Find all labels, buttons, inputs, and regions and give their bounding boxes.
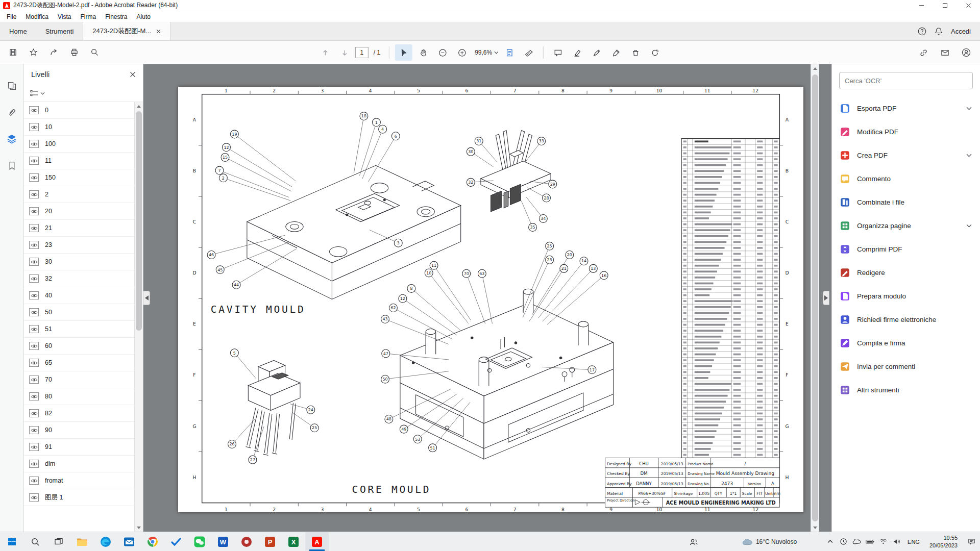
layer-visibility-eye-icon[interactable] — [29, 123, 39, 131]
task-view-icon[interactable] — [47, 532, 70, 551]
onedrive-icon[interactable] — [850, 532, 863, 551]
layer-visibility-eye-icon[interactable] — [29, 207, 39, 215]
zoom-chevron-icon[interactable] — [494, 51, 499, 54]
viewer-scrollbar-thumb[interactable] — [812, 74, 818, 521]
select-tool-icon[interactable] — [395, 44, 412, 61]
layer-row[interactable]: 11 — [24, 153, 134, 169]
collapse-left-panel-icon[interactable] — [143, 291, 150, 305]
link-icon[interactable] — [915, 44, 932, 61]
layer-visibility-eye-icon[interactable] — [29, 190, 39, 198]
share-icon[interactable] — [45, 44, 62, 61]
document-viewer[interactable]: 112233445566778899101011111212AABBCCDDEE… — [143, 64, 831, 532]
tab-close-icon[interactable] — [156, 29, 161, 34]
taskbar-app-excel[interactable]: X — [282, 532, 305, 551]
layer-row[interactable]: 51 — [24, 321, 134, 338]
layer-row[interactable]: 2 — [24, 186, 134, 203]
layer-row[interactable]: 90 — [24, 422, 134, 439]
weather-widget[interactable]: 16°C Nuvoloso — [736, 538, 803, 545]
layer-row[interactable]: 65 — [24, 355, 134, 371]
print-icon[interactable] — [65, 44, 83, 61]
layer-visibility-eye-icon[interactable] — [29, 375, 39, 384]
search-icon[interactable] — [86, 44, 103, 61]
previous-page-icon[interactable] — [316, 44, 334, 61]
layer-row[interactable]: 60 — [24, 338, 134, 355]
layer-visibility-eye-icon[interactable] — [29, 460, 39, 468]
start-button[interactable] — [0, 532, 23, 551]
tab-document[interactable]: 2473-2D装配图-M... — [83, 22, 170, 40]
tool-item-prepara-modulo[interactable]: Prepara modulo — [832, 284, 980, 308]
layer-row[interactable]: 32 — [24, 270, 134, 287]
chevron-down-icon[interactable] — [966, 107, 972, 110]
email-icon[interactable] — [936, 44, 953, 61]
comment-icon[interactable] — [549, 44, 567, 61]
tool-item-crea-pdf[interactable]: Crea PDF — [832, 143, 980, 167]
profile-icon[interactable] — [958, 44, 975, 61]
layer-visibility-eye-icon[interactable] — [29, 274, 39, 283]
layer-visibility-eye-icon[interactable] — [29, 140, 39, 148]
layer-visibility-eye-icon[interactable] — [29, 342, 39, 350]
layer-row[interactable]: 30 — [24, 254, 134, 270]
taskbar-app-powerpoint[interactable]: P — [258, 532, 282, 551]
action-center-icon[interactable] — [963, 532, 980, 551]
language-indicator[interactable]: ENG — [903, 539, 924, 545]
layers-panel-close-icon[interactable] — [130, 71, 136, 78]
layer-row[interactable]: 80 — [24, 388, 134, 405]
page-number-input[interactable]: 1 — [355, 47, 369, 58]
layer-row[interactable]: 82 — [24, 405, 134, 422]
layers-icon[interactable] — [5, 132, 19, 146]
layer-visibility-eye-icon[interactable] — [29, 224, 39, 232]
layer-visibility-eye-icon[interactable] — [29, 477, 39, 485]
layer-visibility-eye-icon[interactable] — [29, 443, 39, 451]
menu-vista[interactable]: Vista — [53, 12, 76, 21]
hidden-icons-chevron[interactable] — [823, 532, 837, 551]
chevron-down-icon[interactable] — [966, 154, 972, 157]
zoom-out-icon[interactable] — [434, 44, 451, 61]
zoom-in-icon[interactable] — [453, 44, 471, 61]
layer-visibility-eye-icon[interactable] — [29, 325, 39, 333]
menu-aiuto[interactable]: Aiuto — [132, 12, 155, 21]
layer-visibility-eye-icon[interactable] — [29, 258, 39, 266]
layers-options-button[interactable] — [24, 85, 143, 102]
tool-item-esporta-pdf[interactable]: Esporta PDF — [832, 96, 980, 120]
tools-search-box[interactable] — [839, 72, 973, 89]
scroll-down-icon[interactable] — [135, 523, 143, 532]
layer-row[interactable]: fromat — [24, 472, 134, 489]
layer-visibility-eye-icon[interactable] — [29, 106, 39, 114]
clock-tray-icon[interactable] — [837, 532, 850, 551]
taskbar-search-icon[interactable] — [23, 532, 47, 551]
page-thumbnails-icon[interactable] — [5, 79, 19, 93]
layer-row[interactable]: 23 — [24, 237, 134, 254]
layer-visibility-eye-icon[interactable] — [29, 173, 39, 182]
help-icon[interactable] — [918, 27, 926, 36]
tool-item-richiedi-firme-elettroniche[interactable]: Richiedi firme elettroniche — [832, 308, 980, 331]
layer-row[interactable]: dim — [24, 456, 134, 472]
layer-row[interactable]: 91 — [24, 439, 134, 456]
layer-row[interactable]: 70 — [24, 371, 134, 388]
taskbar-app-mail[interactable] — [117, 532, 141, 551]
taskbar-app-acrobat[interactable]: A — [305, 532, 329, 551]
tool-item-organizza-pagine[interactable]: Organizza pagine — [832, 214, 980, 237]
layer-row[interactable]: 40 — [24, 287, 134, 304]
layer-row[interactable]: 100 — [24, 136, 134, 153]
maximize-button[interactable] — [933, 0, 957, 11]
notifications-bell-icon[interactable] — [935, 27, 943, 36]
volume-icon[interactable] — [890, 532, 903, 551]
bookmarks-icon[interactable] — [5, 158, 19, 172]
tab-tools[interactable]: Strumenti — [36, 22, 83, 40]
layer-visibility-eye-icon[interactable] — [29, 308, 39, 316]
tool-item-compila-e-firma[interactable]: Compila e firma — [832, 331, 980, 355]
zoom-level-dropdown[interactable]: 99,6% — [475, 49, 492, 56]
layer-visibility-eye-icon[interactable] — [29, 157, 39, 165]
expand-right-panel-icon[interactable] — [823, 291, 829, 305]
layer-visibility-eye-icon[interactable] — [29, 426, 39, 434]
layer-row[interactable]: 20 — [24, 203, 134, 220]
layer-row[interactable]: 150 — [24, 169, 134, 186]
layer-visibility-eye-icon[interactable] — [29, 493, 39, 502]
minimize-button[interactable] — [910, 0, 933, 11]
attachments-icon[interactable] — [5, 105, 19, 119]
measure-tool-icon[interactable] — [520, 44, 537, 61]
close-button[interactable] — [957, 0, 980, 11]
tab-home[interactable]: Home — [0, 22, 36, 40]
taskbar-app-edge[interactable] — [94, 532, 117, 551]
tool-item-combinate-i-file[interactable]: Combinate i file — [832, 190, 980, 214]
